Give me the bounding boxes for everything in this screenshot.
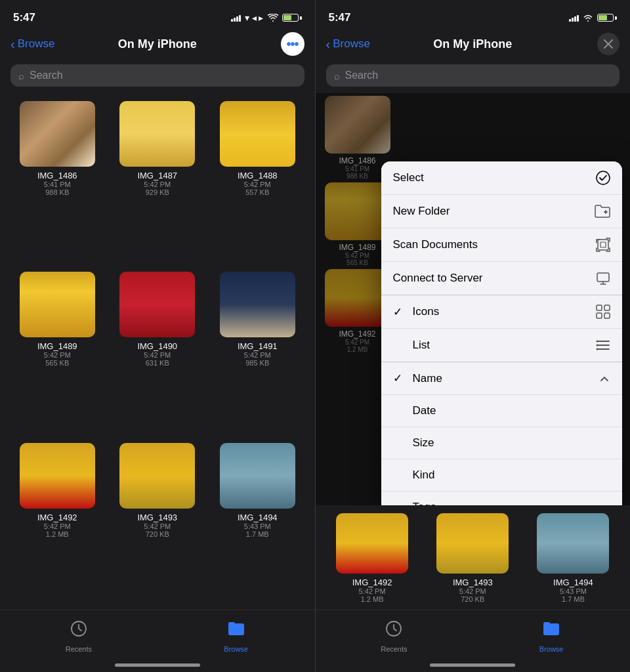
tab-browse-label-left: Browse	[224, 645, 248, 653]
file-time: 5:42 PM	[459, 587, 486, 595]
close-button-right[interactable]	[597, 33, 620, 55]
dropdown-item-connect-server[interactable]: Connect to Server	[381, 262, 623, 295]
dropdown-item-scan-documents[interactable]: Scan Documents	[381, 228, 623, 262]
file-time: 5:41 PM	[44, 180, 71, 188]
time-right: 5:47	[329, 11, 351, 24]
file-size: 557 KB	[245, 188, 269, 196]
connect-server-label: Connect to Server	[393, 272, 483, 285]
tab-browse-left[interactable]: Browse	[158, 620, 315, 653]
chevron-up-icon	[598, 373, 610, 385]
sort-kind-label: Kind	[413, 469, 435, 482]
file-time: 5:42 PM	[244, 180, 271, 188]
file-time: 5:42 PM	[144, 351, 171, 359]
svg-point-13	[597, 348, 598, 350]
name-checkmark-icon: ✓	[393, 371, 406, 385]
file-size: 631 KB	[146, 359, 169, 367]
search-icon-right: ⌕	[334, 70, 340, 81]
file-thumbnail	[436, 513, 509, 574]
file-size: 985 KB	[245, 359, 269, 367]
tab-browse-right[interactable]: Browse	[472, 620, 630, 653]
file-thumbnail	[20, 101, 95, 167]
back-button-right[interactable]: ‹ Browse	[326, 37, 370, 51]
list-item[interactable]: IMG_1486 5:41 PM 988 KB	[8, 96, 107, 265]
file-name: IMG_1490	[137, 341, 177, 351]
search-bar-right[interactable]: ⌕ Search	[326, 64, 620, 87]
nav-bar-right: ‹ Browse On My iPhone	[316, 29, 631, 62]
list-item[interactable]: IMG_1490 5:42 PM 631 KB	[108, 266, 207, 436]
file-name: IMG_1493	[137, 513, 177, 522]
file-thumbnail	[119, 272, 195, 337]
file-thumbnail	[220, 272, 295, 337]
list-item[interactable]: IMG_1494 5:43 PM 1.7 MB	[208, 438, 307, 607]
list-item[interactable]: IMG_1491 5:42 PM 985 KB	[208, 266, 307, 436]
search-icon-left: ⌕	[18, 70, 24, 81]
dropdown-section-actions: Select New Folder	[381, 161, 623, 295]
tab-recents-right[interactable]: Recents	[316, 620, 473, 653]
file-thumbnail	[336, 513, 408, 574]
tab-browse-label-right: Browse	[539, 645, 564, 653]
dropdown-item-sort-kind[interactable]: Kind	[381, 459, 623, 492]
more-button-left[interactable]: •••	[281, 32, 304, 56]
more-dots-icon: •••	[286, 37, 298, 52]
dropdown-section-sort: ✓ Name Date Size	[381, 362, 623, 505]
tab-recents-left[interactable]: Recents	[0, 620, 158, 653]
icons-checkmark-icon: ✓	[393, 305, 406, 319]
dropdown-item-sort-date[interactable]: Date	[381, 395, 623, 427]
new-folder-label: New Folder	[393, 205, 450, 218]
svg-rect-4	[598, 240, 608, 250]
file-name: IMG_1494	[238, 513, 278, 522]
left-panel: 5:47 ▾ ◂ ▸	[0, 0, 315, 672]
file-size: 1.7 MB	[246, 530, 269, 538]
dropdown-section-view: ✓ Icons List	[381, 295, 623, 362]
file-size: 1.2 MB	[361, 595, 384, 603]
file-time: 5:42 PM	[44, 351, 71, 359]
sort-date-label: Date	[413, 404, 436, 417]
list-item[interactable]: IMG_1494 5:43 PM 1.7 MB	[524, 508, 622, 607]
status-icons-left: ▾ ◂ ▸	[231, 12, 302, 23]
time-left: 5:47	[13, 11, 35, 24]
wifi-icon-right	[583, 14, 593, 22]
dropdown-item-sort-name[interactable]: ✓ Name	[381, 362, 623, 395]
list-item[interactable]: IMG_1488 5:42 PM 557 KB	[208, 96, 307, 265]
back-button-left[interactable]: ‹ Browse	[10, 37, 54, 51]
select-checkmark-icon	[596, 171, 610, 185]
dropdown-item-select[interactable]: Select	[381, 161, 623, 195]
svg-rect-16	[543, 622, 550, 625]
list-item[interactable]: IMG_1489 5:42 PM 565 KB	[8, 266, 107, 436]
back-label-right: Browse	[333, 37, 370, 51]
new-folder-icon	[595, 204, 610, 219]
file-size: 1.2 MB	[46, 530, 69, 538]
file-name: IMG_1492	[37, 513, 77, 522]
dropdown-item-icons[interactable]: ✓ Icons	[381, 295, 623, 329]
file-name: IMG_1491	[238, 341, 278, 351]
home-indicator-right	[316, 663, 631, 672]
file-name: IMG_1489	[37, 341, 77, 351]
svg-rect-8	[604, 305, 610, 310]
list-item[interactable]: IMG_1487 5:42 PM 929 KB	[108, 96, 207, 265]
list-item[interactable]: IMG_1493 5:42 PM 720 KB	[424, 508, 522, 607]
dropdown-item-sort-size[interactable]: Size	[381, 427, 623, 459]
dropdown-item-list[interactable]: List	[381, 329, 623, 362]
file-thumbnail	[220, 101, 295, 167]
file-thumbnail	[20, 443, 95, 509]
search-bar-left[interactable]: ⌕ Search	[10, 64, 304, 87]
dropdown-item-sort-tags[interactable]: Tags	[381, 492, 623, 505]
scan-documents-label: Scan Documents	[393, 238, 478, 251]
list-item[interactable]: IMG_1492 5:42 PM 1.2 MB	[324, 508, 421, 607]
sort-name-label: Name	[413, 372, 442, 385]
dropdown-item-new-folder[interactable]: New Folder	[381, 195, 623, 228]
status-bar-left: 5:47 ▾ ◂ ▸	[0, 0, 315, 29]
battery-icon-right	[597, 14, 617, 22]
scan-documents-icon	[596, 238, 610, 252]
list-item[interactable]: IMG_1493 5:42 PM 720 KB	[108, 438, 207, 607]
file-time: 5:42 PM	[144, 522, 171, 530]
file-time: 5:43 PM	[560, 587, 587, 595]
nav-title-left: On My iPhone	[118, 37, 197, 51]
signal-icon-right	[569, 14, 579, 22]
file-time: 5:42 PM	[44, 522, 71, 530]
list-item[interactable]: IMG_1492 5:42 PM 1.2 MB	[8, 438, 107, 607]
file-thumbnail	[220, 443, 295, 509]
file-name: IMG_1493	[453, 578, 493, 587]
icons-grid-icon	[596, 304, 610, 319]
file-thumbnail	[537, 513, 609, 574]
